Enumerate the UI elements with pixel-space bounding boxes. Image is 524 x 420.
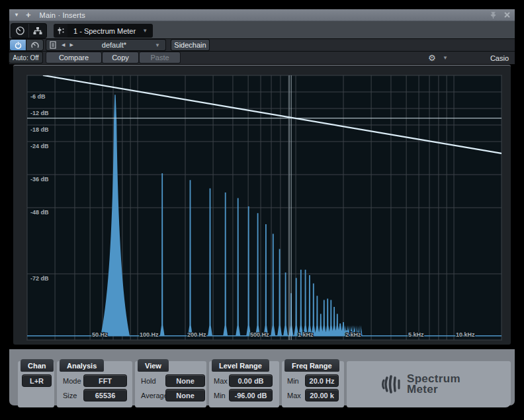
freq-max-value[interactable]: 20.00 k xyxy=(306,390,338,401)
svg-text:-6 dB: -6 dB xyxy=(30,93,46,100)
chan-section-title: Chan xyxy=(21,359,54,372)
spectrum-display[interactable]: -6 dB-12 dB-18 dB-24 dB-36 dB-48 dB-72 d… xyxy=(26,75,502,341)
svg-text:-48 dB: -48 dB xyxy=(30,209,49,216)
freq-range-section: Freq Range Min 20.0 Hz Max 20.00 k xyxy=(282,361,344,407)
preset-row: ◀ ▶ default* ▼ Sidechain xyxy=(9,38,515,51)
size-label: Size xyxy=(63,392,77,399)
mode-select-button[interactable]: FFT xyxy=(84,375,126,386)
bypass-power-button[interactable] xyxy=(10,40,26,50)
settings-gear-icon[interactable]: ⚙ xyxy=(428,52,436,64)
insert-tab-row: 1 - Spectrum Meter ▼ xyxy=(9,21,515,38)
compare-button[interactable]: Compare xyxy=(46,52,101,63)
routing-button[interactable] xyxy=(28,24,46,38)
view-section-title: View xyxy=(138,359,169,372)
svg-text:5 kHz: 5 kHz xyxy=(408,331,424,338)
brand-section: Spectrum Meter xyxy=(347,361,511,407)
freq-max-label: Max xyxy=(287,392,301,399)
level-max-value[interactable]: 0.00 dB xyxy=(230,375,272,386)
svg-text:500 Hz: 500 Hz xyxy=(250,331,269,338)
chan-section: Chan L+R xyxy=(18,361,54,407)
compare-row: Auto: Off Compare Copy Paste ⚙ ▼ Casio xyxy=(9,51,515,64)
desktop: { "glyphs":{"disclosure":"▼","plus":"+",… xyxy=(0,0,524,420)
presonus-logo-icon xyxy=(381,374,402,395)
title-bar: ▼ + Main · Inserts xyxy=(9,9,515,21)
plugin-name-line2: Meter xyxy=(407,384,460,395)
svg-text:1 kHz: 1 kHz xyxy=(298,331,314,338)
svg-text:50 Hz: 50 Hz xyxy=(92,331,108,338)
window-title: Main · Inserts xyxy=(40,11,85,19)
plugin-window: ▼ + Main · Inserts xyxy=(9,9,515,405)
freq-range-section-title: Freq Range xyxy=(284,359,339,372)
copy-button[interactable]: Copy xyxy=(103,52,138,63)
disclosure-icon[interactable]: ▼ xyxy=(14,12,19,18)
sidechain-button[interactable]: Sidechain xyxy=(171,40,209,50)
svg-text:-24 dB: -24 dB xyxy=(30,143,49,149)
svg-text:10 kHz: 10 kHz xyxy=(456,331,475,338)
svg-text:2 kHz: 2 kHz xyxy=(345,331,361,338)
hold-select-button[interactable]: None xyxy=(166,375,204,386)
view-section: View Hold None Average None xyxy=(135,361,206,407)
level-max-label: Max xyxy=(214,377,228,385)
analysis-section: Analysis Mode FFT Size 65536 xyxy=(57,361,132,407)
level-min-label: Min xyxy=(214,392,226,399)
svg-text:-36 dB: -36 dB xyxy=(30,176,49,183)
svg-text:-72 dB: -72 dB xyxy=(30,275,49,282)
plugin-tab-label: 1 - Spectrum Meter xyxy=(73,27,136,35)
routing-icon xyxy=(32,26,43,36)
dial-icon xyxy=(15,26,25,36)
insert-toolbar-buttons xyxy=(11,24,46,38)
preset-name[interactable]: default* xyxy=(73,41,155,49)
settings-dropdown-icon[interactable]: ▼ xyxy=(443,52,448,64)
svg-text:200 Hz: 200 Hz xyxy=(187,331,206,338)
parameter-panel: Chan L+R Analysis Mode FFT Size 65536 Vi… xyxy=(9,349,515,405)
pin-icon[interactable] xyxy=(490,11,497,19)
svg-text:-12 dB: -12 dB xyxy=(30,110,49,116)
knob-icon xyxy=(30,41,40,49)
fader-icon xyxy=(54,24,67,38)
average-select-button[interactable]: None xyxy=(166,390,204,401)
mode-label: Mode xyxy=(63,377,81,385)
average-label: Average xyxy=(141,392,168,399)
auto-mode-button[interactable]: Auto: Off xyxy=(9,52,42,63)
level-range-section-title: Level Range xyxy=(212,359,269,372)
activate-knob-button[interactable] xyxy=(26,40,43,50)
monitor-dial-button[interactable] xyxy=(11,24,28,38)
plugin-tab-label-box: 1 - Spectrum Meter ▼ xyxy=(67,24,153,38)
freq-min-label: Min xyxy=(287,377,299,385)
freq-min-value[interactable]: 20.0 Hz xyxy=(306,375,338,386)
plugin-tab-dropdown-icon[interactable]: ▼ xyxy=(142,28,148,34)
analysis-section-title: Analysis xyxy=(60,359,104,372)
preset-prev-icon[interactable]: ◀ xyxy=(62,42,65,48)
plugin-tab[interactable]: 1 - Spectrum Meter ▼ xyxy=(54,24,153,38)
svg-text:-18 dB: -18 dB xyxy=(30,126,49,133)
preset-dropdown-icon[interactable]: ▼ xyxy=(155,42,160,48)
track-name-label: Casio xyxy=(490,52,509,64)
level-min-value[interactable]: -96.00 dB xyxy=(230,390,272,401)
close-icon[interactable] xyxy=(503,11,511,19)
preset-file-icon[interactable] xyxy=(50,41,56,49)
size-select-button[interactable]: 65536 xyxy=(84,390,126,401)
preset-selector[interactable]: ◀ ▶ default* ▼ xyxy=(46,40,165,50)
power-icon xyxy=(15,42,22,49)
svg-text:100 Hz: 100 Hz xyxy=(140,331,159,338)
level-range-section: Level Range Max 0.00 dB Min -96.00 dB xyxy=(209,361,279,407)
add-insert-icon[interactable]: + xyxy=(26,12,31,19)
channel-select-button[interactable]: L+R xyxy=(22,375,51,386)
paste-button[interactable]: Paste xyxy=(140,52,180,63)
hold-label: Hold xyxy=(141,377,156,385)
